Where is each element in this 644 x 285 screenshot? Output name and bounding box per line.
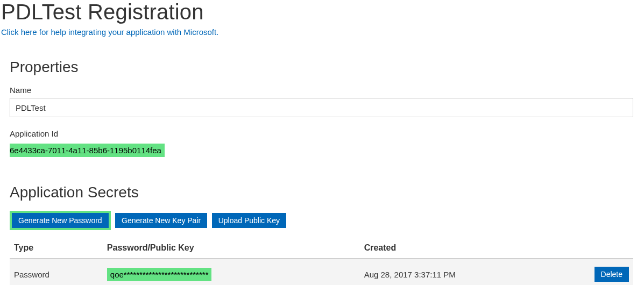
delete-button[interactable]: Delete (595, 267, 629, 282)
properties-heading: Properties (10, 59, 644, 76)
help-link[interactable]: Click here for help integrating your app… (1, 27, 218, 37)
generate-password-highlight: Generate New Password (10, 211, 111, 230)
application-id-value: 6e4433ca-7011-4a11-85b6-1195b0114fea (10, 144, 165, 157)
table-row: Password qoe*************************** … (10, 259, 633, 285)
column-header-created: Created (360, 238, 568, 259)
application-id-label: Application Id (10, 129, 644, 138)
column-header-type: Type (10, 238, 103, 259)
secret-action-cell: Delete (568, 259, 633, 285)
name-input[interactable] (10, 98, 633, 117)
secrets-button-row: Generate New Password Generate New Key P… (10, 211, 644, 230)
application-secrets-section: Application Secrets Generate New Passwor… (10, 184, 644, 285)
name-label: Name (10, 86, 644, 95)
secret-type-cell: Password (10, 259, 103, 285)
column-header-action (568, 238, 633, 259)
page-title: PDLTest Registration (1, 0, 644, 24)
secrets-table: Type Password/Public Key Created Passwor… (10, 238, 633, 285)
properties-section: Properties Name Application Id 6e4433ca-… (10, 59, 644, 157)
secret-key-cell: qoe*************************** (103, 259, 360, 285)
application-secrets-heading: Application Secrets (10, 184, 644, 201)
secret-key-value: qoe*************************** (107, 268, 212, 281)
generate-new-key-pair-button[interactable]: Generate New Key Pair (115, 213, 207, 228)
generate-new-password-button[interactable]: Generate New Password (12, 213, 109, 228)
secret-created-cell: Aug 28, 2017 3:37:11 PM (360, 259, 568, 285)
column-header-key: Password/Public Key (103, 238, 360, 259)
upload-public-key-button[interactable]: Upload Public Key (212, 213, 286, 228)
